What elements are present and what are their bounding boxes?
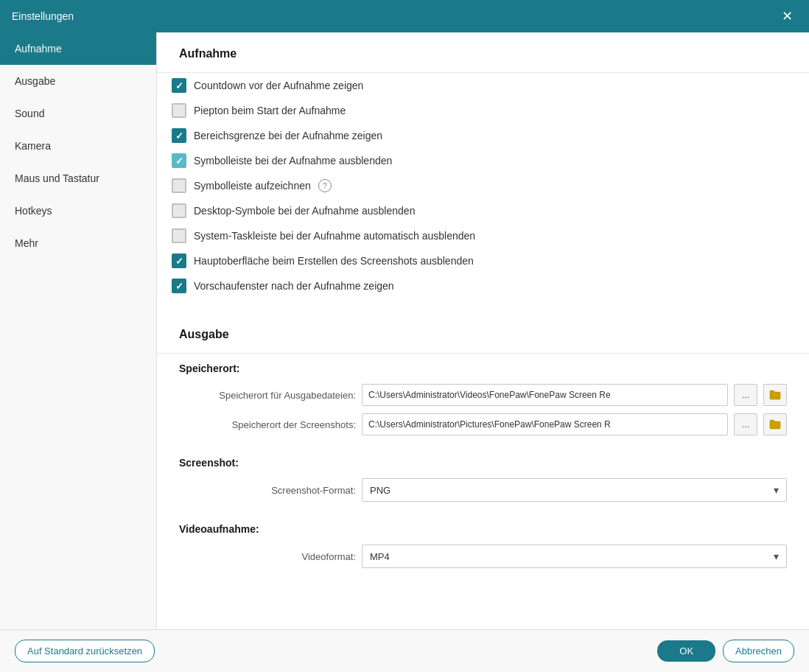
sidebar-item-label: Aufnahme — [15, 43, 62, 55]
dialog-title: Einstellungen — [12, 10, 74, 22]
check-icon: ✓ — [175, 80, 183, 91]
checkbox-label-hauptoberflaeche: Hauptoberfläche beim Erstellen des Scree… — [194, 255, 474, 267]
checkbox-label-desktop-symbole: Desktop-Symbole bei der Aufnahme ausblen… — [194, 205, 415, 217]
speicherort-ausgabe-dots-button[interactable]: ... — [734, 384, 757, 406]
checkbox-label-piepton: Piepton beim Start der Aufnahme — [194, 105, 346, 116]
close-button[interactable]: ✕ — [777, 6, 797, 27]
dots-icon: ... — [742, 390, 749, 400]
sidebar: Aufnahme Ausgabe Sound Kamera Maus und T… — [0, 32, 157, 629]
speicherort-screenshots-label: Speicherort der Screenshots: — [179, 419, 356, 430]
check-icon: ✓ — [175, 155, 183, 167]
sidebar-item-label: Mehr — [15, 237, 38, 249]
speicherort-screenshots-folder-button[interactable] — [763, 413, 787, 435]
checkbox-label-symbolleiste-aufzeichnen: Symbolleiste aufzeichnen — [194, 180, 311, 192]
sidebar-item-maus-tastatur[interactable]: Maus und Tastatur — [0, 162, 156, 195]
speicherort-subtitle: Speicherort: — [157, 354, 809, 380]
checkbox-taskleiste[interactable] — [172, 228, 186, 243]
speicherort-ausgabe-row: Speicherort für Ausgabedateien: C:\Users… — [157, 380, 809, 410]
cancel-button[interactable]: Abbrechen — [723, 640, 794, 662]
videoformat-label: Videoformat: — [179, 551, 356, 562]
checkbox-row-countdown: ✓ Countdown vor der Aufnahme zeigen — [157, 73, 809, 98]
speicherort-ausgabe-label: Speicherort für Ausgabedateien: — [179, 390, 356, 401]
screenshot-format-label: Screenshot-Format: — [179, 485, 356, 496]
ok-button[interactable]: OK — [657, 640, 715, 662]
checkbox-row-vorschaufenster: ✓ Vorschaufenster nach der Aufnahme zeig… — [157, 273, 809, 298]
chevron-down-icon: ▾ — [774, 484, 779, 496]
checkbox-symbolleiste-aufzeichnen[interactable] — [172, 178, 186, 193]
check-icon: ✓ — [175, 130, 183, 141]
checkbox-desktop-symbole[interactable] — [172, 203, 186, 218]
checkbox-label-countdown: Countdown vor der Aufnahme zeigen — [194, 80, 363, 91]
checkbox-piepton[interactable] — [172, 103, 186, 118]
speicherort-screenshots-input[interactable]: C:\Users\Administrator\Pictures\FonePaw\… — [362, 413, 728, 435]
ausgabe-section-header: Ausgabe — [157, 313, 809, 354]
speicherort-screenshots-row: Speicherort der Screenshots: C:\Users\Ad… — [157, 410, 809, 439]
reset-button[interactable]: Auf Standard zurücksetzen — [15, 640, 155, 662]
checkbox-label-vorschaufenster: Vorschaufenster nach der Aufnahme zeigen — [194, 280, 394, 292]
checkbox-vorschaufenster[interactable]: ✓ — [172, 279, 186, 293]
sidebar-item-ausgabe[interactable]: Ausgabe — [0, 65, 156, 97]
checkbox-symbolleiste-ausblenden[interactable]: ✓ — [172, 153, 186, 168]
chevron-down-icon: ▾ — [774, 550, 779, 562]
screenshot-format-row: Screenshot-Format: PNG ▾ — [157, 475, 809, 505]
speicherort-screenshots-value: C:\Users\Administrator\Pictures\FonePaw\… — [368, 419, 611, 430]
screenshot-subtitle: Screenshot: — [157, 448, 809, 475]
footer: Auf Standard zurücksetzen OK Abbrechen — [0, 629, 809, 672]
help-icon-symbolleiste[interactable]: ? — [318, 179, 332, 192]
sidebar-item-mehr[interactable]: Mehr — [0, 227, 156, 259]
aufnahme-title: Aufnahme — [179, 47, 237, 60]
sidebar-item-label: Kamera — [15, 140, 51, 152]
checkbox-label-symbolleiste-ausblenden: Symbolleiste bei der Aufnahme ausblenden — [194, 155, 392, 167]
aufnahme-checkboxes: ✓ Countdown vor der Aufnahme zeigen Piep… — [157, 73, 809, 298]
checkbox-row-desktop-symbole: Desktop-Symbole bei der Aufnahme ausblen… — [157, 198, 809, 223]
dots-icon: ... — [742, 419, 749, 430]
footer-right: OK Abbrechen — [657, 640, 794, 662]
content-area: Aufnahme ✓ Countdown vor der Aufnahme ze… — [157, 32, 809, 629]
folder-icon — [769, 390, 781, 400]
aufnahme-section-header: Aufnahme — [157, 32, 809, 73]
sidebar-item-hotkeys[interactable]: Hotkeys — [0, 195, 156, 227]
sidebar-item-kamera[interactable]: Kamera — [0, 130, 156, 162]
checkbox-countdown[interactable]: ✓ — [172, 78, 186, 93]
check-icon: ✓ — [175, 256, 183, 267]
checkbox-row-hauptoberflaeche: ✓ Hauptoberfläche beim Erstellen des Scr… — [157, 248, 809, 273]
videoformat-row: Videoformat: MP4 ▾ — [157, 541, 809, 572]
ausgabe-title: Ausgabe — [179, 328, 229, 340]
screenshot-format-select[interactable]: PNG ▾ — [362, 478, 787, 502]
sidebar-item-sound[interactable]: Sound — [0, 97, 156, 130]
main-content: Aufnahme Ausgabe Sound Kamera Maus und T… — [0, 32, 809, 629]
checkbox-bereichsgrenze[interactable]: ✓ — [172, 128, 186, 143]
checkbox-row-symbolleiste-ausblenden: ✓ Symbolleiste bei der Aufnahme ausblend… — [157, 148, 809, 173]
checkbox-row-symbolleiste-aufzeichnen: Symbolleiste aufzeichnen ? — [157, 173, 809, 198]
videoformat-value: MP4 — [370, 551, 390, 562]
dialog: Einstellungen ✕ Aufnahme Ausgabe Sound K… — [0, 0, 809, 672]
sidebar-item-label: Hotkeys — [15, 205, 52, 217]
checkbox-row-taskleiste: System-Taskleiste bei der Aufnahme autom… — [157, 223, 809, 248]
speicherort-ausgabe-folder-button[interactable] — [763, 384, 787, 406]
folder-icon — [769, 419, 781, 430]
check-icon: ✓ — [175, 281, 183, 292]
close-icon: ✕ — [782, 8, 793, 24]
speicherort-ausgabe-value: C:\Users\Administrator\Videos\FonePaw\Fo… — [368, 390, 611, 400]
screenshot-format-value: PNG — [370, 485, 391, 496]
videoformat-select[interactable]: MP4 ▾ — [362, 545, 787, 568]
checkbox-label-taskleiste: System-Taskleiste bei der Aufnahme autom… — [194, 230, 475, 242]
sidebar-item-label: Maus und Tastatur — [15, 172, 99, 184]
checkbox-hauptoberflaeche[interactable]: ✓ — [172, 253, 186, 268]
checkbox-row-bereichsgrenze: ✓ Bereichsgrenze bei der Aufnahme zeigen — [157, 123, 809, 148]
title-bar: Einstellungen ✕ — [0, 0, 809, 32]
sidebar-item-label: Sound — [15, 108, 44, 119]
sidebar-item-aufnahme[interactable]: Aufnahme — [0, 32, 156, 65]
videoaufnahme-subtitle: Videoaufnahme: — [157, 514, 809, 541]
checkbox-label-bereichsgrenze: Bereichsgrenze bei der Aufnahme zeigen — [194, 130, 382, 141]
speicherort-ausgabe-input[interactable]: C:\Users\Administrator\Videos\FonePaw\Fo… — [362, 384, 728, 406]
sidebar-item-label: Ausgabe — [15, 75, 55, 87]
checkbox-row-piepton: Piepton beim Start der Aufnahme — [157, 98, 809, 123]
speicherort-screenshots-dots-button[interactable]: ... — [734, 413, 757, 435]
